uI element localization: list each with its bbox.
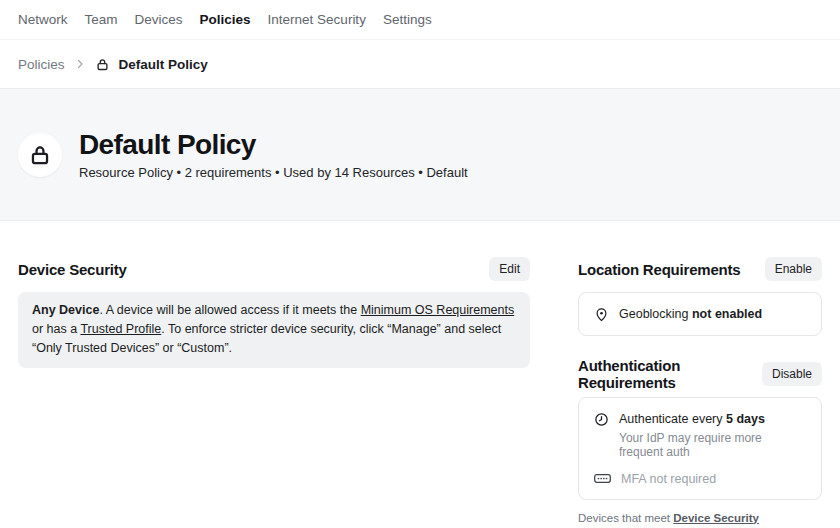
lock-icon <box>27 142 53 168</box>
main-content: Device Security Edit Any Device. A devic… <box>0 221 840 528</box>
device-security-heading: Device Security <box>18 261 127 278</box>
password-dots-icon <box>594 473 611 484</box>
breadcrumb: Policies Default Policy <box>0 40 840 89</box>
authentication-card: Authenticate every 5 days Your IdP may r… <box>578 397 822 499</box>
summary-text: . A device will be allowed access if it … <box>99 303 360 317</box>
auth-frequency: Authenticate every 5 days Your IdP may r… <box>619 411 806 458</box>
clock-icon <box>594 412 609 427</box>
summary-text: or has a <box>32 322 80 336</box>
geoblocking-status: Geoblocking not enabled <box>619 306 762 322</box>
right-column: Location Requirements Enable Geoblocking… <box>578 257 822 528</box>
device-security-summary: Any Device. A device will be allowed acc… <box>18 292 530 368</box>
geoblocking-card: Geoblocking not enabled <box>578 292 822 336</box>
nav-item-settings[interactable]: Settings <box>383 12 432 27</box>
edit-button[interactable]: Edit <box>489 257 530 281</box>
map-pin-icon <box>594 307 609 322</box>
chevron-right-icon <box>74 58 86 70</box>
header-text: Default Policy Resource Policy • 2 requi… <box>79 129 468 180</box>
nav-item-internet-security[interactable]: Internet Security <box>268 12 366 27</box>
nav-item-devices[interactable]: Devices <box>135 12 183 27</box>
enable-button[interactable]: Enable <box>765 257 822 281</box>
top-nav: Network Team Devices Policies Internet S… <box>0 0 840 40</box>
avatar <box>18 133 62 177</box>
breadcrumb-policies-link[interactable]: Policies <box>18 57 65 72</box>
location-requirements-section: Location Requirements Enable Geoblocking… <box>578 257 822 336</box>
page-subtitle: Resource Policy • 2 requirements • Used … <box>79 165 468 180</box>
device-security-link[interactable]: Device Security <box>673 512 759 524</box>
nav-item-team[interactable]: Team <box>85 12 118 27</box>
nav-item-policies[interactable]: Policies <box>200 12 251 27</box>
nav-item-network[interactable]: Network <box>18 12 68 27</box>
page-title: Default Policy <box>79 129 468 161</box>
policy-header: Default Policy Resource Policy • 2 requi… <box>0 89 840 221</box>
minimum-os-requirements-link[interactable]: Minimum OS Requirements <box>361 303 515 317</box>
authentication-requirements-section: Authentication Requirements Disable Auth… <box>578 362 822 528</box>
disable-button[interactable]: Disable <box>762 362 822 386</box>
mfa-status: MFA not required <box>621 472 716 486</box>
authentication-requirements-heading: Authentication Requirements <box>578 357 762 391</box>
idp-note: Your IdP may require more frequent auth <box>619 431 806 459</box>
location-requirements-heading: Location Requirements <box>578 261 741 278</box>
lock-icon <box>95 57 110 72</box>
trusted-profile-link[interactable]: Trusted Profile <box>80 322 161 336</box>
authentication-footnote: Devices that meet Device Security requir… <box>578 510 822 528</box>
breadcrumb-current: Default Policy <box>119 57 208 72</box>
device-security-section: Device Security Edit Any Device. A devic… <box>18 257 530 528</box>
summary-lead: Any Device <box>32 303 99 317</box>
